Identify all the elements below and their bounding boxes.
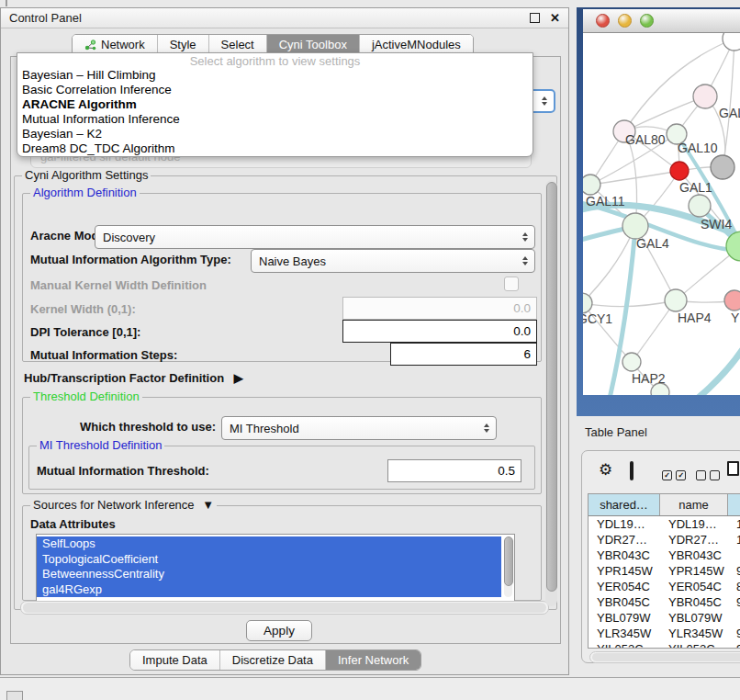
table-row[interactable]: YIL052CYIL052C9. [589, 641, 740, 649]
table-row[interactable]: YDR27…YDR27…12 [589, 532, 740, 548]
table-cell[interactable]: YBL079W [589, 610, 660, 626]
dropdown-item[interactable]: Bayesian – K2 [17, 127, 533, 141]
node-table[interactable]: shared…name YDL19…YDL19…13YDR27…YDR27…12… [588, 493, 740, 649]
mi-algorithm-type-combo[interactable]: Naive Bayes [251, 249, 535, 273]
checked-columns-icon[interactable]: ✓ ✓ [662, 467, 686, 483]
tab-cyni-toolbox[interactable]: Cyni Toolbox [267, 35, 360, 54]
data-attributes-list[interactable]: SelfLoopsTopologicalCoefficientBetweenne… [36, 534, 515, 602]
table-cell[interactable]: YIL052C [660, 641, 728, 649]
attribute-item[interactable]: TopologicalCoefficient [37, 552, 501, 568]
table-cell[interactable]: 9. [728, 641, 740, 649]
table-cell[interactable]: YDR27… [589, 532, 660, 548]
hub-definition-toggle[interactable]: Hub/Transcription Factor Definition ▶ [24, 371, 243, 385]
tab-discretize-data[interactable]: Discretize Data [220, 650, 326, 670]
table-cell[interactable]: YDL19… [589, 516, 660, 532]
column-header[interactable]: name [660, 494, 728, 515]
sources-group-title[interactable]: Sources for Network Inference ▼ [30, 498, 217, 512]
collapse-arrow-icon[interactable]: ▼ [202, 498, 214, 512]
which-threshold-combo[interactable]: MI Threshold [221, 416, 497, 440]
tab-jactivemnodules[interactable]: jActiveMNodules [360, 35, 473, 54]
graph-edge[interactable] [658, 344, 740, 395]
close-icon[interactable]: ✕ [550, 12, 560, 24]
dropdown-item[interactable]: ARACNE Algorithm [17, 97, 533, 112]
table-cell[interactable]: 9. [728, 594, 740, 610]
collapsed-panel-icon[interactable] [6, 691, 23, 700]
table-cell[interactable]: 9. [728, 563, 740, 579]
graph-node[interactable] [670, 162, 689, 180]
table-cell[interactable]: 9. [728, 626, 740, 641]
mi-steps-field[interactable]: 6 [390, 343, 537, 366]
tab-infer-network[interactable]: Infer Network [326, 650, 420, 670]
tab-network[interactable]: Network [73, 35, 158, 54]
expand-arrow-icon[interactable]: ▶ [234, 371, 243, 385]
graph-node[interactable] [711, 155, 734, 179]
table-cell[interactable]: 13 [728, 516, 740, 532]
table-row[interactable]: YBR043CYBR043C [589, 548, 740, 563]
mac-close-button[interactable] [596, 14, 610, 28]
tab-impute-data[interactable]: Impute Data [130, 650, 220, 670]
dropdown-item[interactable]: Dream8 DC_TDC Algorithm [17, 141, 533, 156]
table-cell[interactable]: YER054C [589, 579, 660, 594]
table-cell[interactable]: YPR145W [589, 563, 660, 579]
graph-edge[interactable] [723, 39, 734, 167]
table-row[interactable]: YBL079WYBL079W [589, 610, 740, 626]
tab-select[interactable]: Select [209, 35, 267, 54]
float-window-icon[interactable] [530, 13, 540, 23]
settings-vertical-scrollbar[interactable] [545, 180, 557, 606]
table-cell[interactable]: YPR145W [660, 563, 728, 579]
table-cell[interactable]: YLR345W [660, 626, 728, 641]
mac-zoom-button[interactable] [640, 14, 654, 28]
network-window-titlebar[interactable] [583, 9, 740, 33]
graph-node[interactable] [583, 175, 600, 195]
graph-node[interactable] [723, 33, 740, 51]
table-row[interactable]: YDL19…YDL19…13 [589, 516, 740, 532]
table-cell[interactable]: YIL052C [589, 641, 660, 649]
graph-node[interactable] [724, 290, 740, 310]
manual-kernel-width-checkbox[interactable] [504, 277, 519, 291]
settings-horizontal-scrollbar[interactable] [20, 601, 549, 615]
settings-gear-icon[interactable]: ⚙ [599, 462, 612, 478]
table-horizontal-scrollbar[interactable] [589, 651, 740, 663]
table-cell[interactable]: YBL079W [660, 610, 728, 626]
table-cell[interactable] [728, 548, 740, 563]
unchecked-columns-icon[interactable] [696, 467, 720, 483]
column-header[interactable]: shared… [589, 494, 660, 515]
split-view-icon[interactable] [630, 461, 633, 480]
table-cell[interactable]: 8. [728, 579, 740, 594]
table-cell[interactable]: YBR043C [589, 548, 660, 563]
tab-style[interactable]: Style [158, 35, 209, 54]
table-cell[interactable]: YDL19… [660, 516, 728, 532]
table-row[interactable]: YER054CYER054C8. [589, 579, 740, 594]
attribute-item[interactable]: gal4RGexp [37, 582, 501, 598]
table-cell[interactable]: YLR345W [589, 626, 660, 641]
graph-node[interactable] [693, 85, 717, 108]
dropdown-item[interactable]: Mutual Information Inference [17, 112, 533, 127]
table-row[interactable]: YPR145WYPR145W9. [589, 563, 740, 579]
attribute-item[interactable]: BetweennessCentrality [37, 567, 501, 582]
network-graph[interactable]: GALGAL80GAL10GAL1SWI4GAL11GAL4HAP4YGCY1H… [583, 33, 740, 395]
dropdown-item[interactable]: Basic Correlation Inference [17, 83, 533, 97]
create-column-icon[interactable] [727, 461, 739, 476]
attribute-list-scrollbar[interactable] [504, 536, 512, 597]
table-cell[interactable]: YBR045C [660, 594, 728, 610]
attribute-item[interactable]: SelfLoops [37, 536, 501, 552]
table-cell[interactable]: YER054C [660, 579, 728, 594]
dpi-tolerance-field[interactable]: 0.0 [342, 320, 537, 343]
table-row[interactable]: YLR345WYLR345W9. [589, 626, 740, 641]
apply-button[interactable]: Apply [246, 620, 312, 641]
table-cell[interactable] [728, 610, 740, 626]
control-panel-titlebar[interactable]: Control Panel ✕ [1, 8, 568, 28]
network-canvas[interactable]: GALGAL80GAL10GAL1SWI4GAL11GAL4HAP4YGCY1H… [583, 33, 740, 395]
table-cell[interactable]: YBR043C [660, 548, 728, 563]
graph-node[interactable] [665, 289, 687, 311]
aracne-mode-combo[interactable]: Discovery [95, 225, 535, 249]
graph-node[interactable] [622, 213, 648, 239]
graph-node[interactable] [622, 353, 641, 371]
table-row[interactable]: YBR045CYBR045C9. [589, 594, 740, 610]
mi-threshold-field[interactable]: 0.5 [387, 459, 521, 482]
column-header[interactable] [728, 494, 740, 515]
graph-node[interactable] [689, 195, 711, 217]
mac-minimize-button[interactable] [618, 14, 632, 28]
table-cell[interactable]: YBR045C [589, 594, 660, 610]
dropdown-item[interactable]: Bayesian – Hill Climbing [17, 68, 533, 83]
